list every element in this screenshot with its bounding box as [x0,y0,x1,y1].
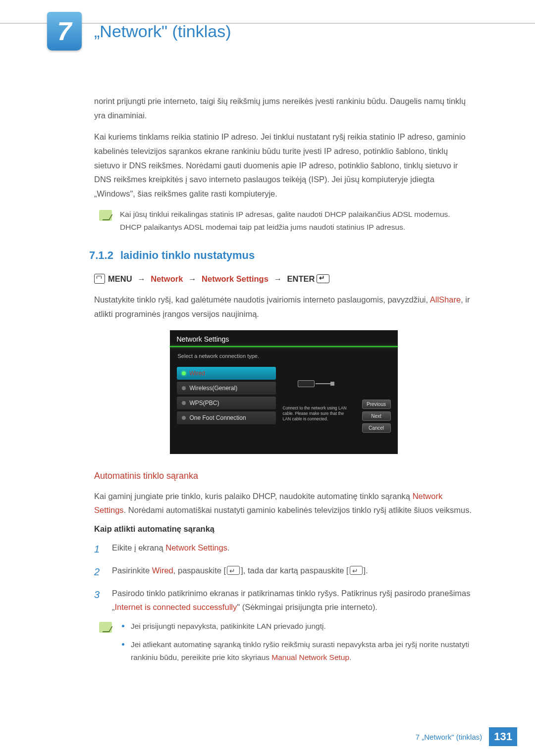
osd-item-wired[interactable]: Wired [177,367,276,380]
footer-text: 7 „Network" (tinklas) [416,733,482,741]
osd-next-button[interactable]: Next [362,411,391,421]
step-number: 3 [94,586,103,614]
osd-desc: Connect to the network using LAN cable. … [283,405,347,422]
note-text: Kai jūsų tinklui reikalingas statinis IP… [120,208,473,234]
footer: 7 „Network" (tinklas) 131 [416,727,517,746]
step-text: Pasirinkite Wired, paspauskite [], tada … [112,563,368,580]
note-icon [99,210,112,221]
b2-post: . [349,653,351,661]
enter-label: ENTER [287,274,315,283]
arrow-icon: → [185,274,200,283]
note-block: Kai jūsų tinklui reikalingas statinis IP… [99,208,473,234]
path-network-settings: Network Settings [202,274,268,283]
enter-icon [227,566,240,575]
steps-list: 1 Eikite į ekraną Network Settings. 2 Pa… [94,541,473,614]
step-number: 2 [94,563,103,580]
osd-item-label: One Foot Connection [190,414,246,421]
s2-mid2: ], tada dar kartą paspauskite [ [241,566,348,575]
menu-path: MENU → Network → Network Settings → ENTE… [94,274,473,284]
menu-icon [94,274,105,284]
device-icon [298,380,315,387]
bullet-1: Jei prisijungti nepavyksta, patikinkite … [120,620,473,633]
s3-post: " (Sėkmingai prisijungta prie interneto)… [237,603,377,611]
chapter-title: „Network" (tinklas) [94,22,231,41]
auto-pre: Kai gaminį jungiate prie tinklo, kuris p… [94,492,413,501]
s2-mid: , paspauskite [ [173,566,226,575]
s2-pre: Pasirinkite [112,566,152,575]
osd-item-wireless[interactable]: Wireless(General) [177,382,276,395]
osd-item-label: WPS(PBC) [190,400,219,406]
enter-icon [350,566,363,575]
osd-list: Wired Wireless(General) WPS(PBC) One Foo… [177,367,276,426]
step-3: 3 Pasirodo tinklo patikrinimo ekranas ir… [94,586,473,614]
enter-icon [317,274,329,283]
step-1: 1 Eikite į ekraną Network Settings. [94,541,473,557]
osd-illustration [298,378,336,390]
s1-post: . [227,543,230,552]
osd-previous-button[interactable]: Previous [362,400,391,409]
arrow-icon: → [270,274,285,283]
osd-item-label: Wired [190,370,205,377]
s2-post: ]. [364,566,368,575]
s3-accent: Internet is connected successfully [115,603,237,611]
radio-icon [182,371,186,375]
section-desc: Nustatykite tinklo ryšį, kad galėtumėte … [94,293,473,321]
intro-p2: Kai kuriems tinklams reikia statinio IP … [94,130,473,201]
howto-heading: Kaip atlikti automatinę sąranką [94,524,473,534]
osd-buttons: Previous Next Cancel [362,400,391,435]
osd-title: Network Settings [170,330,398,346]
s1-pre: Eikite į ekraną [112,543,165,552]
allshare-label: AllShare [430,295,461,304]
auto-post: . Norėdami automatiškai nustatyti gamini… [124,505,472,514]
path-network: Network [151,274,183,283]
section-heading: 7.1.2laidinio tinklo nustatymus [89,249,473,262]
osd-screenshot: Network Settings Select a network connec… [170,330,398,454]
page-number: 131 [489,727,517,746]
radio-icon [182,416,186,420]
b2-accent: Manual Network Setup [271,653,349,661]
osd-item-label: Wireless(General) [190,385,238,392]
cable-icon [316,383,330,384]
s1-accent: Network Settings [165,543,227,552]
osd-cancel-button[interactable]: Cancel [362,423,391,433]
intro-p1: norint prijungti prie interneto, taigi š… [94,94,473,123]
step-text: Eikite į ekraną Network Settings. [112,541,230,557]
chapter-number: 7 [57,16,72,46]
arrow-icon: → [134,274,149,283]
osd-item-onefoot[interactable]: One Foot Connection [177,411,276,424]
section-number: 7.1.2 [89,249,113,261]
section-title: laidinio tinklo nustatymus [120,249,255,261]
note-icon [99,622,112,633]
content: norint prijungti prie interneto, taigi š… [94,94,473,684]
chapter-tab: 7 [47,12,82,50]
s2-accent: Wired [152,566,173,575]
radio-icon [182,386,186,390]
step-text: Pasirodo tinklo patikrinimo ekranas ir p… [112,586,473,614]
step-number: 1 [94,541,103,557]
plug-icon [330,382,334,386]
osd-rule [170,346,398,347]
note-block-2: Jei prisijungti nepavyksta, patikinkite … [99,620,473,669]
menu-label: MENU [108,274,132,283]
osd-item-wps[interactable]: WPS(PBC) [177,397,276,409]
page: 7 „Network" (tinklas) norint prijungti p… [0,0,535,756]
osd-subtitle: Select a network connection type. [170,351,398,364]
bullet-2: Jei atliekant automatinę sąranką tinklo … [120,638,473,664]
note-bullets: Jei prisijungti nepavyksta, patikinkite … [120,620,473,669]
step-2: 2 Pasirinkite Wired, paspauskite [], tad… [94,563,473,580]
auto-desc: Kai gaminį jungiate prie tinklo, kuris p… [94,489,473,518]
radio-icon [182,401,186,405]
desc-pre: Nustatykite tinklo ryšį, kad galėtumėte … [94,295,430,304]
auto-heading: Automatinis tinklo sąranka [94,471,473,481]
